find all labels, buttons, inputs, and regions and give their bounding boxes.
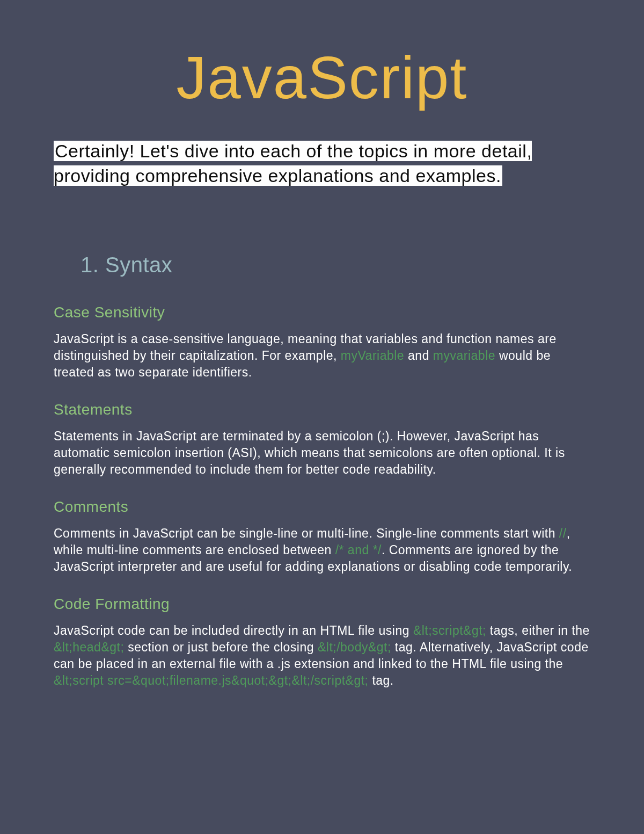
code-myvariable-camel: myVariable bbox=[341, 349, 404, 362]
subheading-case-sensitivity: Case Sensitivity bbox=[54, 304, 590, 321]
text: JavaScript code can be included directly… bbox=[54, 623, 413, 637]
subheading-statements: Statements bbox=[54, 401, 590, 418]
page-title: JavaScript bbox=[54, 43, 590, 112]
text: tags, either in the bbox=[486, 623, 590, 637]
code-script-tag: &lt;script&gt; bbox=[413, 623, 486, 637]
text: tag. bbox=[369, 673, 394, 687]
paragraph-case-sensitivity: JavaScript is a case-sensitive language,… bbox=[54, 331, 590, 381]
section-heading-syntax: 1. Syntax bbox=[80, 253, 590, 277]
code-head-tag: &lt;head&gt; bbox=[54, 640, 124, 654]
code-myvariable-lower: myvariable bbox=[433, 349, 495, 362]
subheading-comments: Comments bbox=[54, 498, 590, 516]
intro-text: Certainly! Let's dive into each of the t… bbox=[54, 141, 532, 186]
code-script-src-tag: &lt;script src=&quot;filename.js&quot;&g… bbox=[54, 673, 369, 687]
subheading-code-formatting: Code Formatting bbox=[54, 596, 590, 613]
code-multi-line-comment: /* and */ bbox=[335, 543, 382, 557]
text: Comments in JavaScript can be single-lin… bbox=[54, 526, 559, 540]
code-single-line-comment: // bbox=[559, 526, 567, 540]
paragraph-code-formatting: JavaScript code can be included directly… bbox=[54, 622, 590, 689]
code-body-close-tag: &lt;/body&gt; bbox=[318, 640, 391, 654]
text: and bbox=[404, 349, 433, 362]
paragraph-comments: Comments in JavaScript can be single-lin… bbox=[54, 525, 590, 575]
paragraph-statements: Statements in JavaScript are terminated … bbox=[54, 428, 590, 478]
text: section or just before the closing bbox=[124, 640, 318, 654]
intro-paragraph: Certainly! Let's dive into each of the t… bbox=[54, 139, 590, 188]
